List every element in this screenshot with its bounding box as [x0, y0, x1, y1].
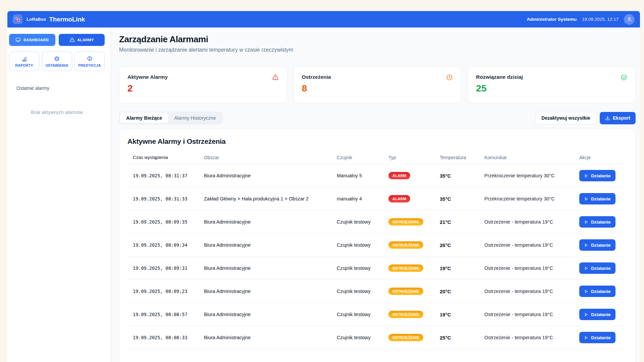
alarm-area: Biura Administracyjne — [204, 219, 337, 225]
alarm-type-badge: OSTRZEŻENIE — [388, 288, 423, 295]
action-button[interactable]: Działanie — [579, 262, 615, 274]
alarm-time: 19.09.2025, 08:09:34 — [127, 242, 204, 248]
column-header-type: Typ — [388, 155, 440, 160]
table-row: 19.09.2025, 08:31:33 Zakład Główny > Hal… — [127, 187, 627, 210]
alarm-message: Ostrzeżenie - temperatura 19°C — [484, 242, 579, 248]
export-button[interactable]: Eksport — [600, 112, 636, 124]
alarm-type-badge: OSTRZEŻENIE — [388, 241, 423, 249]
play-icon — [584, 266, 588, 270]
stat-card-active-alarms: Aktywne Alarmy 2 — [119, 66, 287, 103]
alarm-time: 19.09.2025, 08:31:37 — [127, 173, 204, 178]
table-row: 19.09.2025, 08:31:37 Biura Administracyj… — [127, 164, 627, 187]
alarm-temperature: 35°C — [440, 173, 484, 179]
action-button[interactable]: Działanie — [579, 216, 615, 228]
alarm-temperature: 19°C — [440, 312, 484, 317]
sidebar-item-raporty[interactable]: RAPORTY — [9, 52, 39, 71]
alarm-time: 19.09.2025, 08:09:35 — [127, 219, 204, 225]
recent-alarms-title: Ostatnie alarmy — [16, 85, 105, 91]
action-button[interactable]: Działanie — [579, 332, 615, 343]
action-button[interactable]: Działanie — [579, 286, 615, 297]
sidebar-item-predykcja[interactable]: PREDYKCJA — [74, 52, 105, 71]
alarm-area: Biura Administracyjne — [204, 312, 337, 317]
alarm-sensor: Czujnik testowy — [337, 242, 388, 248]
alarm-area: Biura Administracyjne — [204, 242, 337, 248]
alarm-type-badge: OSTRZEŻENIE — [388, 334, 423, 341]
sidebar-item-ustawienia[interactable]: ⚙ USTAWIENIA — [42, 52, 72, 71]
alarm-type: OSTRZEŻENIE — [388, 218, 440, 226]
alarm-area: Biura Administracyjne — [204, 265, 337, 271]
sidebar: DASHBOARD ALARMY — [7, 27, 111, 362]
table-row: 19.09.2025, 08:09:31 Biura Administracyj… — [127, 257, 627, 280]
action-button-label: Działanie — [591, 173, 611, 178]
table-row: 19.09.2025, 08:09:23 Biura Administracyj… — [127, 280, 627, 303]
app-window: LoRaBox ThermoLink Administrator Systemu… — [7, 11, 640, 362]
play-icon — [584, 336, 588, 340]
user-name: Administrator Systemu — [527, 17, 577, 22]
sidebar-item-label: RAPORTY — [15, 63, 33, 67]
play-icon — [584, 197, 588, 201]
alarm-type: OSTRZEŻENIE — [388, 264, 440, 272]
alarm-sensor: Czujnik testowy — [337, 219, 388, 225]
alarm-message: Ostrzeżenie - temperatura 19°C — [484, 312, 579, 317]
tab-alarmy-biezace[interactable]: Alarmy Bieżące — [120, 113, 168, 123]
column-header-sensor: Czujnik — [337, 155, 388, 160]
column-header-area: Obszar — [204, 155, 337, 160]
alarm-message: Przekroczenie temperatury 30°C — [484, 173, 579, 178]
sidebar-item-label: PREDYKCJA — [78, 63, 101, 67]
action-button-label: Działanie — [591, 196, 611, 201]
user-avatar[interactable] — [624, 14, 635, 25]
alarm-type-badge: OSTRZEŻENIE — [388, 264, 423, 272]
deactivate-all-button[interactable]: Dezaktywuj wszystkie — [535, 112, 596, 124]
alarm-message: Ostrzeżenie - temperatura 19°C — [484, 289, 579, 294]
action-button[interactable]: Działanie — [579, 170, 615, 181]
alarm-temperature: 26°C — [440, 242, 484, 248]
tab-alarmy-historyczne[interactable]: Alarmy Historyczne — [168, 113, 222, 123]
brand-thermolink: ThermoLink — [49, 16, 85, 23]
alarm-sensor: manualny 4 — [337, 196, 388, 201]
alarm-type-badge: ALARM — [388, 172, 410, 179]
thermometer-icon — [15, 16, 21, 22]
action-button-label: Działanie — [591, 266, 611, 271]
alarm-message: Przekroczenie temperatury 30°C — [484, 196, 579, 201]
alarm-time: 19.09.2025, 08:09:23 — [127, 289, 204, 294]
monitor-icon — [15, 37, 21, 43]
alarm-area: Biura Administracyjne — [204, 335, 337, 340]
recent-alarms-empty: Brak aktywnych alarmów — [9, 110, 105, 115]
play-icon — [584, 220, 588, 224]
sidebar-item-label: DASHBOARD — [23, 38, 49, 42]
table-body: 19.09.2025, 08:31:37 Biura Administracyj… — [127, 164, 627, 349]
alarm-type: ALARM — [388, 172, 440, 179]
alert-triangle-icon — [69, 37, 75, 43]
stat-card-resolved: Rozwiązane dzisiaj 25 — [468, 66, 636, 103]
alarm-type-badge: OSTRZEŻENIE — [388, 311, 423, 318]
sidebar-item-dashboard[interactable]: DASHBOARD — [9, 34, 55, 46]
alarm-temperature: 35°C — [440, 196, 484, 202]
page-title: Zarządzanie Alarmami — [119, 34, 636, 45]
stat-label: Rozwiązane dzisiaj — [476, 74, 627, 80]
alert-triangle-icon — [272, 74, 279, 81]
action-button[interactable]: Działanie — [579, 193, 615, 204]
alarm-sensor: Czujnik testowy — [337, 312, 388, 317]
alarm-sensor: Manualny 5 — [337, 173, 388, 178]
gear-icon: ⚙ — [54, 56, 60, 62]
column-header-temperature: Temperatura — [440, 155, 484, 160]
action-button[interactable]: Działanie — [579, 239, 615, 251]
person-icon — [627, 16, 632, 22]
column-header-message: Komunikat — [484, 155, 579, 160]
play-icon — [584, 243, 588, 247]
stat-card-warnings: Ostrzeżenia 8 — [293, 66, 462, 103]
table-row: 19.09.2025, 08:08:33 Biura Administracyj… — [127, 326, 627, 349]
play-icon — [584, 289, 588, 294]
alarm-type: ALARM — [388, 195, 440, 202]
header-datetime: 19.09.2025, 12:17 — [582, 17, 619, 22]
alarm-sensor: Czujnik testowy — [337, 289, 388, 294]
stat-value: 2 — [127, 83, 279, 94]
action-button-label: Działanie — [591, 335, 611, 340]
main-content: Zarządzanie Alarmami Monitorowanie i zar… — [111, 27, 640, 362]
play-icon — [584, 312, 588, 317]
stat-label: Ostrzeżenia — [302, 74, 453, 80]
column-header-actions: Akcje — [579, 155, 627, 160]
sidebar-item-alarmy[interactable]: ALARMY — [59, 34, 105, 46]
action-button[interactable]: Działanie — [579, 309, 615, 320]
action-button-label: Działanie — [591, 220, 611, 225]
